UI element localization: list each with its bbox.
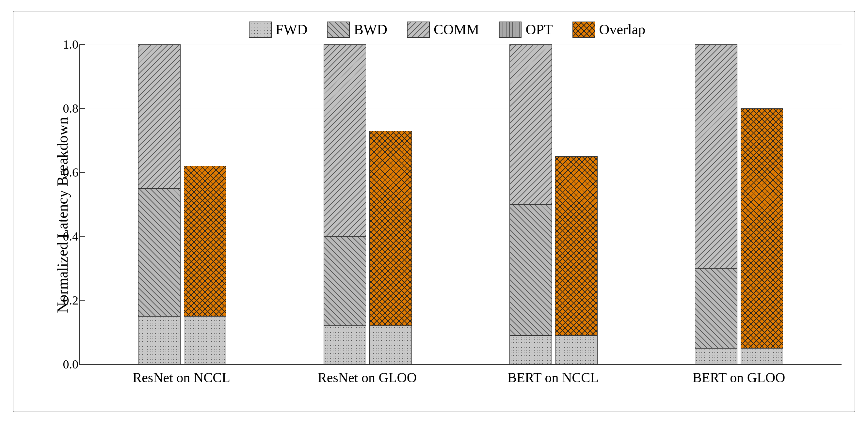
legend-label-fwd: FWD	[276, 21, 308, 38]
y-tick: 0.0	[80, 364, 85, 365]
legend-label-opt: OPT	[525, 21, 553, 38]
bar-wrapper	[741, 44, 783, 364]
bar-segment-bwd	[138, 188, 181, 316]
gridline	[80, 108, 841, 108]
bar-segment-fwd	[555, 335, 598, 364]
bar-segment-fwd	[138, 316, 181, 364]
bar-segment-overlap	[741, 108, 783, 348]
y-tick: 0.4	[80, 236, 85, 237]
bar-wrapper	[695, 44, 737, 364]
gridline	[80, 300, 841, 300]
plot-area: 0.00.20.40.60.81.0 ResNet on NCCLResNet …	[79, 44, 841, 386]
bar-segment-fwd	[695, 348, 737, 364]
bar-segment-bwd	[509, 204, 552, 335]
legend-swatch-opt	[499, 22, 522, 38]
gridline	[80, 172, 841, 172]
y-tick-label: 0.2	[63, 293, 79, 307]
legend-item-overlap: Overlap	[572, 21, 646, 38]
legend-swatch-comm	[407, 22, 430, 38]
stacked-bar	[555, 156, 598, 364]
bar-segment-overlap	[184, 166, 226, 316]
stacked-bar	[323, 44, 366, 364]
y-tick-label: 0.0	[63, 357, 79, 371]
bar-segment-overlap	[555, 156, 598, 335]
legend: FWD BWD COMM OPT Overlap	[53, 21, 841, 38]
bar-wrapper	[323, 44, 366, 364]
bar-segment-comm	[695, 44, 737, 268]
x-label: BERT on GLOO	[646, 365, 832, 386]
y-tick: 0.6	[80, 172, 85, 173]
legend-label-bwd: BWD	[354, 21, 387, 38]
legend-label-comm: COMM	[434, 21, 479, 38]
bar-segment-comm	[323, 44, 366, 236]
y-tick: 0.8	[80, 108, 85, 109]
bar-wrapper	[555, 44, 598, 364]
bar-group	[461, 44, 646, 364]
bar-segment-comm	[138, 44, 181, 188]
stacked-bar	[741, 108, 783, 364]
bar-group	[275, 44, 461, 364]
legend-swatch-fwd	[249, 22, 272, 38]
bar-segment-fwd	[741, 348, 783, 364]
y-tick: 0.2	[80, 300, 85, 301]
y-tick-label: 0.6	[63, 165, 79, 180]
bar-segment-fwd	[369, 326, 412, 364]
chart-area: Normalized Latency Breakdown 0.00.20.40.…	[53, 44, 841, 386]
y-tick-label: 0.4	[63, 229, 79, 243]
bar-group	[646, 44, 832, 364]
legend-item-fwd: FWD	[249, 21, 308, 38]
bar-segment-bwd	[323, 236, 366, 326]
x-labels: ResNet on NCCLResNet on GLOOBERT on NCCL…	[79, 365, 841, 386]
stacked-bar	[509, 44, 552, 364]
bar-segment-fwd	[184, 316, 226, 364]
y-tick-label: 1.0	[63, 37, 79, 52]
legend-swatch-bwd	[327, 22, 350, 38]
y-tick-label: 0.8	[63, 101, 79, 116]
bar-segment-fwd	[323, 326, 366, 364]
stacked-bar	[138, 44, 181, 364]
x-label: ResNet on NCCL	[89, 365, 274, 386]
legend-label-overlap: Overlap	[599, 21, 646, 38]
stacked-bar	[369, 131, 412, 364]
bar-segment-comm	[509, 44, 552, 204]
y-tick: 1.0	[80, 44, 85, 45]
stacked-bar	[184, 166, 226, 364]
x-label: ResNet on GLOO	[274, 365, 460, 386]
bars-and-axes: 0.00.20.40.60.81.0	[79, 44, 841, 365]
bar-wrapper	[138, 44, 181, 364]
gridline	[80, 236, 841, 236]
bar-segment-overlap	[369, 131, 412, 326]
bar-segment-fwd	[509, 335, 552, 364]
chart-container: FWD BWD COMM OPT Overlap Normalized Late…	[13, 11, 855, 412]
bar-wrapper	[369, 44, 412, 364]
bar-group	[90, 44, 275, 364]
legend-item-opt: OPT	[499, 21, 553, 38]
stacked-bar	[695, 44, 737, 364]
bar-wrapper	[509, 44, 552, 364]
legend-swatch-overlap	[572, 22, 595, 38]
legend-item-comm: COMM	[407, 21, 479, 38]
bar-groups	[80, 44, 841, 364]
legend-item-bwd: BWD	[327, 21, 387, 38]
x-label: BERT on NCCL	[460, 365, 646, 386]
bar-wrapper	[184, 44, 226, 364]
bar-segment-bwd	[695, 268, 737, 348]
gridline	[80, 44, 841, 44]
y-axis-label: Normalized Latency Breakdown	[53, 44, 72, 386]
